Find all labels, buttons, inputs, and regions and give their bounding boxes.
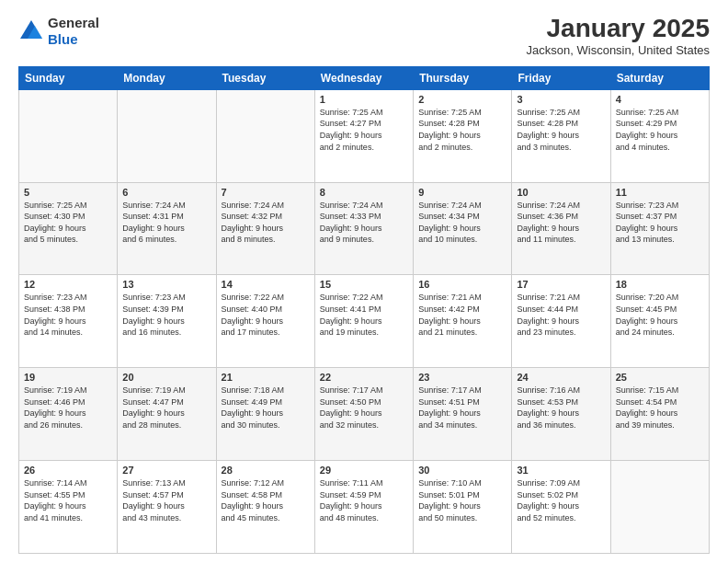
day-info: Sunrise: 7:10 AM Sunset: 5:01 PM Dayligh… <box>418 477 506 523</box>
logo-icon <box>18 18 44 44</box>
day-cell: 8Sunrise: 7:24 AM Sunset: 4:33 PM Daylig… <box>314 182 413 275</box>
day-number: 4 <box>616 94 704 105</box>
day-number: 16 <box>418 279 506 290</box>
location: Jackson, Wisconsin, United States <box>527 43 710 57</box>
day-info: Sunrise: 7:20 AM Sunset: 4:45 PM Dayligh… <box>616 292 704 338</box>
day-cell: 29Sunrise: 7:11 AM Sunset: 4:59 PM Dayli… <box>314 461 413 554</box>
day-cell: 30Sunrise: 7:10 AM Sunset: 5:01 PM Dayli… <box>414 461 512 554</box>
col-friday: Friday <box>512 66 610 89</box>
week-row-3: 12Sunrise: 7:23 AM Sunset: 4:38 PM Dayli… <box>19 275 710 368</box>
day-info: Sunrise: 7:24 AM Sunset: 4:33 PM Dayligh… <box>320 200 408 246</box>
day-info: Sunrise: 7:25 AM Sunset: 4:28 PM Dayligh… <box>418 107 506 153</box>
day-number: 3 <box>517 94 605 105</box>
day-number: 22 <box>320 372 408 383</box>
day-cell: 26Sunrise: 7:14 AM Sunset: 4:55 PM Dayli… <box>19 461 118 554</box>
day-cell: 2Sunrise: 7:25 AM Sunset: 4:28 PM Daylig… <box>414 89 512 182</box>
day-info: Sunrise: 7:25 AM Sunset: 4:30 PM Dayligh… <box>24 200 112 246</box>
week-row-1: 1Sunrise: 7:25 AM Sunset: 4:27 PM Daylig… <box>19 89 710 182</box>
day-number: 24 <box>517 372 605 383</box>
day-number: 9 <box>418 187 506 198</box>
day-info: Sunrise: 7:16 AM Sunset: 4:53 PM Dayligh… <box>517 385 605 431</box>
day-info: Sunrise: 7:13 AM Sunset: 4:57 PM Dayligh… <box>122 477 210 523</box>
day-number: 23 <box>418 372 506 383</box>
day-cell <box>216 89 314 182</box>
day-info: Sunrise: 7:21 AM Sunset: 4:42 PM Dayligh… <box>418 292 506 338</box>
day-number: 12 <box>24 279 112 290</box>
day-info: Sunrise: 7:23 AM Sunset: 4:39 PM Dayligh… <box>122 292 210 338</box>
day-number: 25 <box>616 372 704 383</box>
day-info: Sunrise: 7:25 AM Sunset: 4:29 PM Dayligh… <box>616 107 704 153</box>
day-info: Sunrise: 7:24 AM Sunset: 4:31 PM Dayligh… <box>122 200 210 246</box>
col-sunday: Sunday <box>19 66 118 89</box>
day-info: Sunrise: 7:19 AM Sunset: 4:46 PM Dayligh… <box>24 385 112 431</box>
day-info: Sunrise: 7:24 AM Sunset: 4:36 PM Dayligh… <box>517 200 605 246</box>
day-number: 19 <box>24 372 112 383</box>
page: General Blue January 2025 Jackson, Wisco… <box>0 0 728 563</box>
day-number: 17 <box>517 279 605 290</box>
day-cell: 22Sunrise: 7:17 AM Sunset: 4:50 PM Dayli… <box>314 368 413 461</box>
day-info: Sunrise: 7:18 AM Sunset: 4:49 PM Dayligh… <box>222 385 310 431</box>
day-number: 29 <box>320 465 408 476</box>
day-cell: 28Sunrise: 7:12 AM Sunset: 4:58 PM Dayli… <box>216 461 314 554</box>
day-info: Sunrise: 7:24 AM Sunset: 4:34 PM Dayligh… <box>418 200 506 246</box>
week-row-5: 26Sunrise: 7:14 AM Sunset: 4:55 PM Dayli… <box>19 461 710 554</box>
col-saturday: Saturday <box>610 66 709 89</box>
day-info: Sunrise: 7:22 AM Sunset: 4:40 PM Dayligh… <box>222 292 310 338</box>
day-info: Sunrise: 7:12 AM Sunset: 4:58 PM Dayligh… <box>222 477 310 523</box>
day-cell: 18Sunrise: 7:20 AM Sunset: 4:45 PM Dayli… <box>610 275 709 368</box>
day-cell: 13Sunrise: 7:23 AM Sunset: 4:39 PM Dayli… <box>118 275 216 368</box>
day-cell: 10Sunrise: 7:24 AM Sunset: 4:36 PM Dayli… <box>512 182 610 275</box>
day-cell <box>19 89 118 182</box>
day-number: 27 <box>122 465 210 476</box>
day-info: Sunrise: 7:17 AM Sunset: 4:50 PM Dayligh… <box>320 385 408 431</box>
day-number: 13 <box>122 279 210 290</box>
col-thursday: Thursday <box>414 66 512 89</box>
day-cell: 14Sunrise: 7:22 AM Sunset: 4:40 PM Dayli… <box>216 275 314 368</box>
week-row-2: 5Sunrise: 7:25 AM Sunset: 4:30 PM Daylig… <box>19 182 710 275</box>
day-cell: 12Sunrise: 7:23 AM Sunset: 4:38 PM Dayli… <box>19 275 118 368</box>
col-tuesday: Tuesday <box>216 66 314 89</box>
day-cell: 27Sunrise: 7:13 AM Sunset: 4:57 PM Dayli… <box>118 461 216 554</box>
day-number: 1 <box>320 94 408 105</box>
col-wednesday: Wednesday <box>314 66 413 89</box>
day-cell: 16Sunrise: 7:21 AM Sunset: 4:42 PM Dayli… <box>414 275 512 368</box>
day-cell: 21Sunrise: 7:18 AM Sunset: 4:49 PM Dayli… <box>216 368 314 461</box>
month-title: January 2025 <box>527 15 710 43</box>
logo-text: General Blue <box>48 15 99 48</box>
day-cell: 6Sunrise: 7:24 AM Sunset: 4:31 PM Daylig… <box>118 182 216 275</box>
day-number: 20 <box>122 372 210 383</box>
day-number: 26 <box>24 465 112 476</box>
day-info: Sunrise: 7:25 AM Sunset: 4:27 PM Dayligh… <box>320 107 408 153</box>
day-cell: 23Sunrise: 7:17 AM Sunset: 4:51 PM Dayli… <box>414 368 512 461</box>
logo-blue: Blue <box>48 31 99 48</box>
day-cell: 31Sunrise: 7:09 AM Sunset: 5:02 PM Dayli… <box>512 461 610 554</box>
day-number: 28 <box>222 465 310 476</box>
day-number: 14 <box>222 279 310 290</box>
day-cell: 15Sunrise: 7:22 AM Sunset: 4:41 PM Dayli… <box>314 275 413 368</box>
day-number: 11 <box>616 187 704 198</box>
day-cell: 25Sunrise: 7:15 AM Sunset: 4:54 PM Dayli… <box>610 368 709 461</box>
day-number: 5 <box>24 187 112 198</box>
day-number: 18 <box>616 279 704 290</box>
day-cell: 11Sunrise: 7:23 AM Sunset: 4:37 PM Dayli… <box>610 182 709 275</box>
logo: General Blue <box>18 15 99 48</box>
day-cell: 5Sunrise: 7:25 AM Sunset: 4:30 PM Daylig… <box>19 182 118 275</box>
day-cell: 4Sunrise: 7:25 AM Sunset: 4:29 PM Daylig… <box>610 89 709 182</box>
day-info: Sunrise: 7:17 AM Sunset: 4:51 PM Dayligh… <box>418 385 506 431</box>
day-info: Sunrise: 7:21 AM Sunset: 4:44 PM Dayligh… <box>517 292 605 338</box>
day-number: 10 <box>517 187 605 198</box>
col-monday: Monday <box>118 66 216 89</box>
logo-general: General <box>48 15 99 31</box>
title-block: January 2025 Jackson, Wisconsin, United … <box>527 15 710 57</box>
header: General Blue January 2025 Jackson, Wisco… <box>18 15 710 57</box>
day-info: Sunrise: 7:23 AM Sunset: 4:38 PM Dayligh… <box>24 292 112 338</box>
day-info: Sunrise: 7:15 AM Sunset: 4:54 PM Dayligh… <box>616 385 704 431</box>
day-number: 7 <box>222 187 310 198</box>
day-cell: 19Sunrise: 7:19 AM Sunset: 4:46 PM Dayli… <box>19 368 118 461</box>
day-cell: 7Sunrise: 7:24 AM Sunset: 4:32 PM Daylig… <box>216 182 314 275</box>
day-number: 21 <box>222 372 310 383</box>
day-number: 15 <box>320 279 408 290</box>
day-cell <box>118 89 216 182</box>
week-row-4: 19Sunrise: 7:19 AM Sunset: 4:46 PM Dayli… <box>19 368 710 461</box>
day-number: 31 <box>517 465 605 476</box>
